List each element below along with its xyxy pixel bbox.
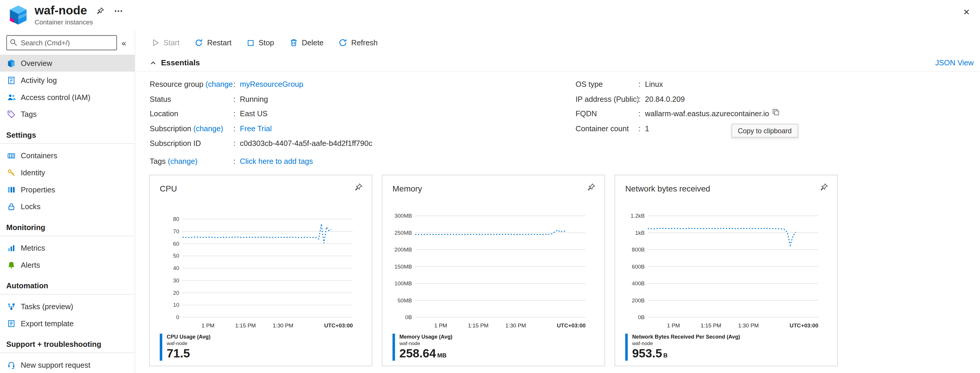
essentials-row-os-type: OS type Linux xyxy=(575,77,780,92)
essentials-header: Essentials JSON View xyxy=(136,52,980,71)
container-count-value: 1 xyxy=(645,122,649,136)
properties-icon xyxy=(6,185,16,194)
value-number: 71.5 xyxy=(167,347,190,360)
legend-series-name: Memory Usage (Avg) xyxy=(399,333,452,340)
change-link[interactable]: (change) xyxy=(194,124,223,133)
chevron-up-icon[interactable] xyxy=(150,59,156,66)
sidebar-item-locks[interactable]: Locks xyxy=(0,198,135,215)
sidebar-item-metrics[interactable]: Metrics xyxy=(0,240,135,257)
field-label: IP address (Public) xyxy=(575,94,638,103)
os-type-value: Linux xyxy=(645,77,663,92)
pin-chart-icon[interactable] xyxy=(587,183,596,194)
sidebar-item-properties[interactable]: Properties xyxy=(0,181,135,198)
sidebar-item-label: Tasks (preview) xyxy=(21,302,73,311)
cpu-metric-card[interactable]: CPU 807060504030201001 PM1:15 PM1:30 PMU… xyxy=(149,175,372,366)
svg-text:UTC+03:00: UTC+03:00 xyxy=(324,322,353,329)
sidebar-item-activity-log[interactable]: Activity log xyxy=(0,72,135,89)
legend-series-name: Network Bytes Received Per Second (Avg) xyxy=(632,333,740,340)
copy-icon[interactable] xyxy=(772,107,780,122)
value-number: 258.64 xyxy=(399,347,436,360)
search-input[interactable] xyxy=(6,35,117,50)
collapse-sidebar-icon[interactable]: « xyxy=(117,38,131,48)
sidebar-item-label: Export template xyxy=(21,319,74,328)
alerts-icon xyxy=(6,260,16,270)
colon xyxy=(638,107,641,122)
essentials-row-tags: Tags (change) Click here to add tags xyxy=(150,154,575,169)
trash-icon xyxy=(289,38,298,47)
sidebar-item-label: Metrics xyxy=(21,244,45,252)
chart-legend: Memory Usage (Avg) waf-node 258.64MB xyxy=(393,333,452,361)
support-headset-icon xyxy=(6,360,16,370)
memory-metric-card[interactable]: Memory 300MB250MB200MB150MB100MB50MB0B1 … xyxy=(382,175,605,366)
copy-tooltip: Copy to clipboard xyxy=(732,124,798,138)
main-content: Start Restart Stop Delete Refresh Essent xyxy=(136,30,980,373)
sidebar-item-access-control[interactable]: Access control (IAM) xyxy=(0,89,135,106)
essentials-left-column: Resource group (change) myResourceGroup … xyxy=(150,77,575,169)
close-icon[interactable]: ✕ xyxy=(963,8,970,17)
start-button[interactable]: Start xyxy=(151,38,180,47)
sidebar-item-tasks[interactable]: Tasks (preview) xyxy=(0,298,135,315)
essentials-title[interactable]: Essentials xyxy=(161,59,200,67)
svg-text:1 PM: 1 PM xyxy=(434,322,447,329)
subscription-link[interactable]: Free Trial xyxy=(240,122,272,136)
sidebar-item-containers[interactable]: Containers xyxy=(0,147,135,164)
svg-text:1:15 PM: 1:15 PM xyxy=(235,322,256,329)
header-text: waf-node ⋯ Container instances xyxy=(35,5,123,26)
resource-group-link[interactable]: myResourceGroup xyxy=(240,77,303,92)
essentials-row-resource-group: Resource group (change) myResourceGroup xyxy=(150,77,575,92)
ip-address-value: 20.84.0.209 xyxy=(645,92,685,107)
svg-text:0B: 0B xyxy=(405,314,412,321)
restart-button[interactable]: Restart xyxy=(195,38,231,47)
sidebar-item-alerts[interactable]: Alerts xyxy=(0,256,135,273)
svg-text:1:30 PM: 1:30 PM xyxy=(273,322,293,329)
add-tags-link[interactable]: Click here to add tags xyxy=(240,154,313,169)
overview-icon xyxy=(6,59,16,68)
sidebar-heading-automation: Automation xyxy=(0,273,135,295)
network-chart-plot: 1.2kB1kB800B600B400B200B0B1 PM1:15 PM1:3… xyxy=(620,205,834,338)
legend-current-value: 71.5 xyxy=(167,347,210,361)
svg-text:0B: 0B xyxy=(638,314,644,321)
sidebar-item-export-template[interactable]: Export template xyxy=(0,315,135,332)
svg-text:1.2kB: 1.2kB xyxy=(630,213,644,219)
command-bar: Start Restart Stop Delete Refresh xyxy=(136,30,980,53)
export-template-icon xyxy=(6,319,16,328)
lock-icon xyxy=(6,202,16,211)
sidebar-heading-settings: Settings xyxy=(0,123,135,144)
sidebar-item-label: Identity xyxy=(21,168,45,177)
pin-icon[interactable] xyxy=(97,6,105,15)
json-view-link[interactable]: JSON View xyxy=(935,59,974,67)
chart-legend: CPU Usage (Avg) waf-node 71.5 xyxy=(160,333,210,361)
svg-text:UTC+03:00: UTC+03:00 xyxy=(789,322,818,329)
sidebar-item-overview[interactable]: Overview xyxy=(0,55,135,72)
pin-chart-icon[interactable] xyxy=(354,183,363,194)
svg-text:1:30 PM: 1:30 PM xyxy=(505,322,526,329)
sidebar-item-label: Access control (IAM) xyxy=(21,93,90,102)
delete-button-label: Delete xyxy=(302,38,324,47)
sidebar-item-label: Activity log xyxy=(21,76,57,84)
legend-resource-name: waf-node xyxy=(167,341,210,346)
essentials-right-column: OS type Linux IP address (Public) 20.84.… xyxy=(575,77,780,169)
legend-color-bar xyxy=(393,333,395,361)
containers-icon xyxy=(6,151,16,160)
start-button-label: Start xyxy=(164,38,179,47)
change-link[interactable]: (change) xyxy=(205,80,234,89)
more-options-icon[interactable]: ⋯ xyxy=(114,6,123,16)
sidebar-item-new-support-request[interactable]: New support request xyxy=(0,356,135,373)
field-label: Subscription ID xyxy=(150,139,201,148)
pin-chart-icon[interactable] xyxy=(819,183,828,194)
colon xyxy=(233,77,235,92)
value-number: 953.5 xyxy=(632,347,662,360)
tasks-icon xyxy=(6,302,16,311)
network-metric-card[interactable]: Network bytes received 1.2kB1kB800B600B4… xyxy=(614,175,838,366)
delete-button[interactable]: Delete xyxy=(289,38,324,47)
svg-text:1:15 PM: 1:15 PM xyxy=(468,322,488,329)
change-link[interactable]: (change) xyxy=(168,157,197,166)
stop-button[interactable]: Stop xyxy=(247,38,274,47)
svg-text:0: 0 xyxy=(176,314,179,321)
refresh-button[interactable]: Refresh xyxy=(339,38,377,47)
colon xyxy=(233,137,235,151)
sidebar-item-identity[interactable]: Identity xyxy=(0,164,135,181)
sidebar-item-tags[interactable]: Tags xyxy=(0,106,135,123)
metrics-icon xyxy=(6,243,16,253)
sidebar-heading-monitoring: Monitoring xyxy=(0,215,135,236)
